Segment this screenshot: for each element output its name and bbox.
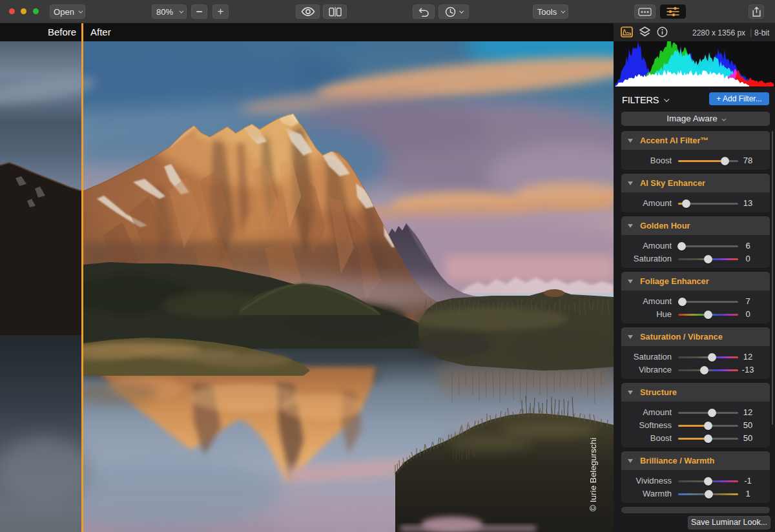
svg-text:© Iurie Belegurschi: © Iurie Belegurschi [588, 438, 598, 511]
